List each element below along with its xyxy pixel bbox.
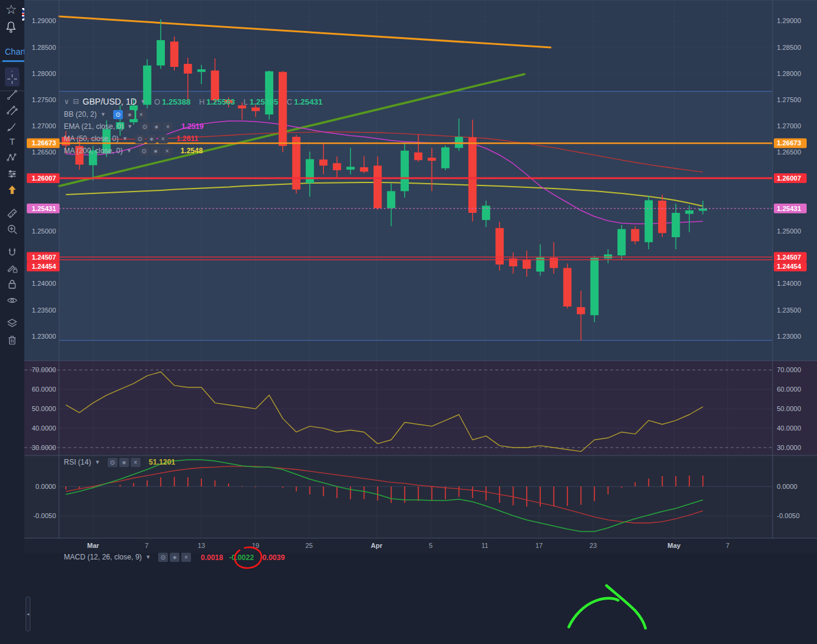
- price-chart: 1.290001.290001.285001.285001.280001.280…: [0, 0, 817, 553]
- gear-icon[interactable]: ∗: [170, 553, 179, 562]
- svg-text:1.23000: 1.23000: [32, 333, 56, 340]
- svg-text:70.0000: 70.0000: [777, 366, 801, 373]
- gear-icon[interactable]: ∗: [147, 134, 156, 144]
- candle: [577, 307, 585, 314]
- o-label: O: [154, 98, 160, 106]
- lock-icon[interactable]: [5, 277, 19, 291]
- close-icon[interactable]: ×: [163, 122, 173, 131]
- indicator-value: 1.2519: [181, 122, 204, 131]
- minimize-square-icon[interactable]: ⊟: [73, 97, 79, 106]
- eye-icon[interactable]: ⊙: [158, 553, 168, 562]
- macd-legend: MACD (12, 26, close, 9) ▼ ⊙∗× 0.0018-0.0…: [64, 551, 285, 563]
- candle: [306, 159, 314, 183]
- gear-icon[interactable]: ∗: [119, 458, 129, 467]
- chevron-down-icon[interactable]: ▼: [100, 111, 106, 117]
- forecast-icon[interactable]: [5, 167, 19, 181]
- chevron-down-icon[interactable]: ▼: [141, 99, 146, 105]
- svg-text:1.25000: 1.25000: [777, 227, 801, 235]
- macd-value: -0.0039: [260, 553, 285, 562]
- svg-text:23: 23: [589, 542, 597, 549]
- eye-icon[interactable]: ⊙: [108, 458, 117, 467]
- candle: [441, 147, 450, 168]
- layers-icon[interactable]: [5, 316, 19, 331]
- chart-legend: ∨ ⊟ GBP/USD, 1D ▼ O1.25388 H1.25563 L1.2…: [64, 95, 322, 157]
- crosshair-icon[interactable]: [5, 72, 19, 86]
- svg-text:1.29000: 1.29000: [32, 17, 56, 24]
- svg-text:T: T: [9, 136, 15, 147]
- indicator-name[interactable]: MA (200, close, 0): [64, 147, 123, 155]
- chevron-down-icon[interactable]: ▼: [95, 459, 100, 465]
- chevron-down-icon[interactable]: ▼: [127, 148, 132, 154]
- close-icon[interactable]: ×: [158, 134, 168, 144]
- legend-symbol[interactable]: GBP/USD, 1D: [83, 97, 137, 106]
- candle: [360, 167, 369, 171]
- candle: [428, 158, 436, 161]
- eye-icon[interactable]: [5, 293, 19, 308]
- candle: [387, 191, 395, 208]
- low-value: 1.25305: [249, 97, 278, 106]
- svg-text:1.25431: 1.25431: [32, 205, 56, 212]
- eye-icon[interactable]: ⊙: [135, 134, 145, 144]
- trash-icon[interactable]: [5, 333, 19, 347]
- collapse-circle-icon[interactable]: ∨: [64, 97, 69, 106]
- indicator-row: EMA (21, close, 0)▼⊙∗×1.2519: [64, 120, 322, 133]
- eye-icon[interactable]: ⊙: [113, 110, 123, 119]
- svg-text:1.26673: 1.26673: [32, 139, 56, 147]
- eye-icon[interactable]: ⊙: [140, 122, 150, 131]
- svg-text:5: 5: [429, 542, 433, 549]
- gear-icon[interactable]: ∗: [151, 122, 161, 131]
- close-icon[interactable]: ×: [136, 110, 146, 119]
- svg-text:1.28000: 1.28000: [32, 70, 56, 77]
- h-label: H: [199, 98, 204, 106]
- macd-name[interactable]: MACD (12, 26, close, 9): [64, 553, 142, 561]
- svg-text:1.26673: 1.26673: [777, 139, 801, 147]
- svg-text:1.24454: 1.24454: [777, 263, 802, 270]
- green-stroke-annotation: [569, 598, 618, 627]
- indicator-value: 1.2548: [181, 147, 203, 155]
- arrow-up-icon[interactable]: [5, 182, 19, 197]
- zoom-in-icon[interactable]: [5, 222, 19, 237]
- close-icon[interactable]: ×: [162, 147, 172, 156]
- indicator-name[interactable]: BB (20, 2): [64, 110, 97, 119]
- svg-text:19: 19: [252, 542, 259, 549]
- chevron-down-icon[interactable]: ▼: [127, 123, 133, 130]
- open-value: 1.25388: [162, 97, 190, 106]
- channel-icon[interactable]: [5, 103, 19, 118]
- candle: [631, 229, 639, 241]
- svg-text:13: 13: [198, 542, 205, 549]
- svg-text:1.26500: 1.26500: [32, 148, 56, 156]
- svg-text:0.0000: 0.0000: [777, 483, 798, 490]
- indicator-name[interactable]: EMA (21, close, 0): [64, 122, 123, 131]
- svg-text:40.0000: 40.0000: [777, 424, 801, 432]
- trendline-icon[interactable]: [5, 88, 19, 102]
- panel-collapse-handle[interactable]: ◂: [26, 597, 30, 631]
- svg-text:17: 17: [535, 542, 543, 549]
- svg-text:7: 7: [145, 542, 148, 549]
- svg-text:1.25000: 1.25000: [32, 227, 56, 235]
- gear-icon[interactable]: ∗: [125, 110, 134, 119]
- rsi-name[interactable]: RSI (14): [64, 458, 91, 466]
- svg-text:-0.0050: -0.0050: [777, 512, 799, 519]
- ruler-icon[interactable]: [5, 206, 19, 221]
- svg-text:1.24507: 1.24507: [777, 254, 801, 261]
- close-icon[interactable]: ×: [181, 553, 191, 562]
- high-value: 1.25563: [206, 97, 235, 106]
- close-icon[interactable]: ×: [131, 458, 141, 467]
- svg-text:7: 7: [726, 542, 729, 549]
- eye-icon[interactable]: ⊙: [139, 147, 149, 156]
- candle: [184, 64, 192, 74]
- text-icon[interactable]: T: [5, 134, 19, 149]
- edit-lock-icon[interactable]: [5, 261, 19, 275]
- candle: [563, 268, 572, 306]
- svg-text:1.26007: 1.26007: [777, 175, 801, 182]
- indicator-name[interactable]: MA (50, close, 0): [64, 134, 119, 143]
- chevron-down-icon[interactable]: ▼: [122, 136, 128, 142]
- gear-icon[interactable]: ∗: [151, 147, 161, 156]
- magnet-icon[interactable]: [5, 245, 19, 260]
- svg-text:1.26007: 1.26007: [32, 175, 56, 182]
- candle: [604, 254, 613, 258]
- brush-icon[interactable]: [5, 119, 19, 134]
- chevron-down-icon[interactable]: ▼: [145, 554, 151, 560]
- pattern-icon[interactable]: [5, 150, 19, 165]
- svg-text:1.23000: 1.23000: [777, 333, 801, 340]
